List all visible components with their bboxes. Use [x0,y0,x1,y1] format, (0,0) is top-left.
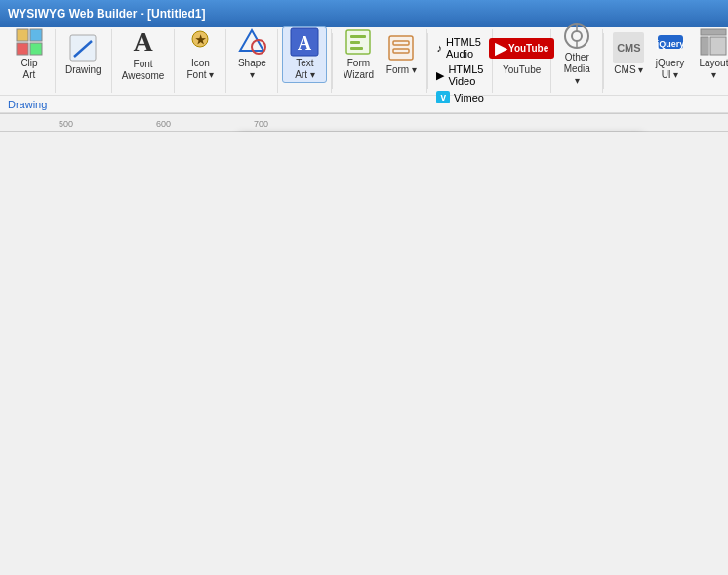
svg-rect-0 [17,29,28,41]
html5-stack: ♪ HTML5 Audio ▶ HTML5 Video v Vimeo [432,35,488,104]
form-label: Form ▾ [386,64,417,76]
jquery-ui-button[interactable]: jQuery jQueryUI ▾ [649,26,690,83]
drawing-group: Drawing [56,29,112,93]
other-media-icon [561,21,592,51]
form-icon [385,32,417,63]
drawing-text: Drawing [8,99,47,110]
jquery-ui-label: jQueryUI ▾ [656,58,684,81]
drawing-icon [67,32,99,63]
shape-group: Shape ▾ [226,29,278,93]
clip-art-label: ClipArt [20,58,37,81]
form-wizard-icon [343,27,374,57]
font-awesome-group: A FontAwesome [112,29,176,93]
font-awesome-button[interactable]: A FontAwesome [116,26,171,83]
layout-button[interactable]: Layout ▾ [691,26,728,83]
cms-label: CMS ▾ [614,64,643,76]
svg-rect-28 [710,37,726,55]
other-media-label: OtherMedia ▾ [561,52,592,87]
layout-label: Layout ▾ [697,58,728,81]
drawing-label: Drawing [65,64,101,76]
youtube-button[interactable]: ▶ YouTube YouTube [497,26,546,83]
other-media-group: OtherMedia ▾ [551,29,603,93]
svg-text:jQuery: jQuery [656,39,684,49]
html5-audio-label: HTML5 Audio [446,36,484,60]
form-wizard-label: FormWizard [344,58,374,81]
form-group: FormWizard Form ▾ [333,29,427,93]
svg-rect-2 [17,43,28,55]
html5-audio-button[interactable]: ♪ HTML5 Audio [432,35,488,61]
icon-font-label: IconFont ▾ [187,58,215,81]
youtube-label: YouTube [503,64,541,76]
toolbar-row: ClipArt Drawing A FontAwesome [0,27,728,96]
drawing-button[interactable]: Drawing [60,26,107,83]
html5-video-label: HTML5 Video [448,63,484,87]
svg-rect-3 [30,43,42,55]
svg-rect-14 [350,35,366,38]
title-bar: WYSIWYG Web Builder - [Untitled1] [0,0,728,27]
clip-art-group: ClipArt [4,29,56,93]
icon-font-icon: ★ [184,27,216,57]
vimeo-icon: v [436,91,450,103]
font-awesome-label: FontAwesome [122,59,165,82]
shape-button[interactable]: Shape ▾ [230,26,273,83]
jquery-ui-icon: jQuery [655,27,686,57]
ruler-mark-500: 500 [59,119,73,129]
shape-label: Shape ▾ [236,58,267,81]
svg-text:★: ★ [195,33,206,47]
form-button[interactable]: Form ▾ [380,26,423,83]
svg-text:A: A [298,32,312,54]
svg-rect-16 [350,47,363,50]
icon-font-group: ★ IconFont ▾ [175,29,226,93]
cms-group: CMS CMS ▾ jQuery jQueryUI ▾ [604,29,728,93]
clip-art-icon [14,27,45,57]
other-media-button[interactable]: OtherMedia ▾ [555,26,598,83]
ruler-mark-700: 700 [254,119,268,129]
ruler-mark-600: 600 [156,119,171,129]
svg-rect-15 [350,41,360,44]
cms-button[interactable]: CMS CMS ▾ [608,26,649,83]
vimeo-label: Vimeo [454,92,484,103]
cms-icon: CMS [613,32,644,63]
text-art-label: TextArt ▾ [295,58,315,81]
clip-art-button[interactable]: ClipArt [8,26,51,83]
form-wizard-button[interactable]: FormWizard [337,26,380,83]
ruler: 500 600 700 [0,114,728,132]
text-art-icon: A [289,27,320,57]
html5-video-button[interactable]: ▶ HTML5 Video [432,62,488,88]
svg-rect-26 [701,29,726,35]
media-group: ♪ HTML5 Audio ▶ HTML5 Video v Vimeo [428,29,493,93]
youtube-icon: ▶ YouTube [506,32,538,63]
youtube-group: ▶ YouTube YouTube [493,29,551,93]
drawing-section-label: Drawing [0,96,728,113]
layout-icon [698,27,728,57]
shape-icon [236,27,267,57]
svg-point-21 [572,31,582,41]
svg-rect-27 [701,37,708,55]
icon-font-button[interactable]: ★ IconFont ▾ [179,26,222,83]
text-art-group: A TextArt ▾ [278,29,332,93]
toolbar-area: ClipArt Drawing A FontAwesome [0,27,728,114]
vimeo-button[interactable]: v Vimeo [432,90,488,104]
title-text: WYSIWYG Web Builder - [Untitled1] [8,7,205,21]
font-awesome-icon: A [128,26,159,58]
svg-rect-17 [389,36,413,60]
text-art-button[interactable]: A TextArt ▾ [282,26,327,83]
svg-rect-1 [30,29,42,41]
